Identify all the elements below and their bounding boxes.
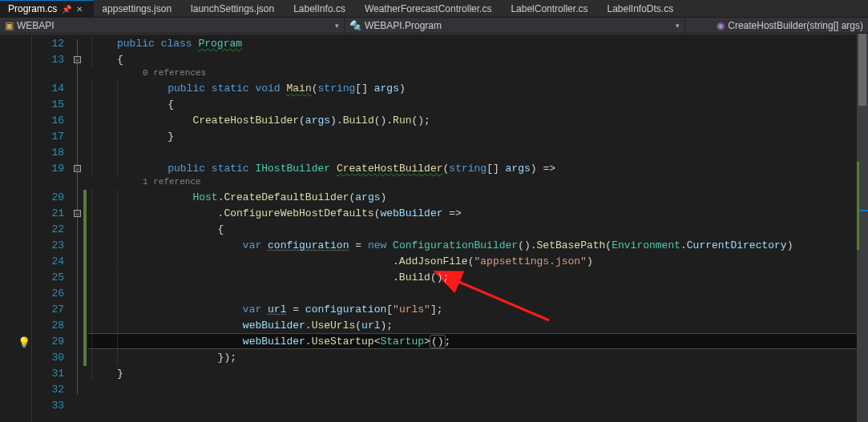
outlining-margin[interactable]: --- [72,34,83,422]
line-number: 20 [51,190,64,206]
vertical-scrollbar[interactable] [857,34,868,422]
method-icon: ◉ [717,20,725,31]
scroll-thumb[interactable] [858,34,866,106]
project-dropdown[interactable]: ▣ WEBAPI ▾ [0,18,345,33]
line-number: 28 [51,318,64,334]
code-line[interactable]: } [88,366,123,382]
chevron-down-icon: ▾ [335,22,339,30]
code-line[interactable]: public class Program [88,36,242,52]
glyph-margin: 💡 [0,34,32,422]
tab-weatherforecast[interactable]: WeatherForecastController.cs [357,0,503,17]
code-line[interactable]: var configuration = new ConfigurationBui… [88,238,793,254]
line-number: 30 [51,350,64,366]
member-dropdown[interactable]: ◉ CreateHostBuilder(string[] args) [685,18,868,33]
code-line[interactable]: .ConfigureWebHostDefaults(webBuilder => [88,206,462,222]
tab-launchsettings[interactable]: launchSettings.json [183,0,285,17]
line-number: 23 [51,238,64,254]
line-number: 18 [51,145,64,161]
code-line[interactable]: public static void Main(string[] args) [88,81,406,97]
fold-toggle[interactable]: - [74,56,81,63]
lightbulb-icon[interactable]: 💡 [18,336,30,349]
code-line[interactable]: { [88,52,123,68]
code-line[interactable]: .Build(); [88,270,449,286]
line-number: 27 [51,302,64,318]
chevron-down-icon: ▾ [676,22,680,30]
project-name: WEBAPI [17,20,55,31]
csproj-icon: ▣ [5,20,14,31]
code-line[interactable]: webBuilder.UseStartup<Startup>(); [88,334,450,350]
pin-icon[interactable]: 📌 [62,5,71,14]
line-numbers: 1213141516171819202122232425262728293031… [32,34,72,422]
fold-toggle[interactable]: - [74,165,81,172]
code-line[interactable] [88,286,143,302]
code-line[interactable]: } [88,129,174,145]
line-number: 32 [51,382,64,398]
tab-labelinfodts[interactable]: LabelInfoDts.cs [599,0,684,17]
tab-strip: Program.cs 📌 ✕ appsettings.json launchSe… [0,0,868,18]
code-line[interactable] [88,382,91,398]
line-number: 26 [51,286,64,302]
tab-label: Program.cs [8,3,57,14]
tab-label: LabelController.cs [511,3,587,14]
line-number: 29 [51,334,64,350]
line-number: 12 [51,36,64,52]
code-line[interactable]: .AddJsonFile("appsettings.json") [88,254,593,270]
code-line[interactable]: { [88,222,224,238]
line-number: 21 [51,206,64,222]
code-line[interactable]: var url = configuration["urls"]; [88,302,443,318]
line-number: 13 [51,52,64,68]
tab-labelcontroller[interactable]: LabelController.cs [503,0,599,17]
tab-label: launchSettings.json [191,3,274,14]
tab-label: LabelInfoDts.cs [607,3,673,14]
line-number: 15 [51,97,64,113]
member-name: CreateHostBuilder(string[] args) [728,20,863,31]
line-number: 14 [51,81,64,97]
class-icon: 🔩 [349,20,361,31]
tab-label: LabelInfo.cs [293,3,345,14]
code-line[interactable] [88,398,91,414]
codelens-references[interactable]: 1 reference [143,177,201,187]
code-surface[interactable]: public class Program{ public static void… [88,34,868,422]
line-number: 22 [51,222,64,238]
line-number: 16 [51,113,64,129]
type-dropdown[interactable]: 🔩 WEBAPI.Program ▾ [345,18,685,33]
line-number: 33 [51,398,64,414]
code-line[interactable]: Host.CreateDefaultBuilder(args) [88,190,386,206]
navigation-bar: ▣ WEBAPI ▾ 🔩 WEBAPI.Program ▾ ◉ CreateHo… [0,18,868,34]
tab-label: appsettings.json [102,3,172,14]
tab-appsettings[interactable]: appsettings.json [94,0,183,17]
code-line[interactable]: { [88,97,174,113]
tab-program-cs[interactable]: Program.cs 📌 ✕ [0,0,94,17]
line-number: 19 [51,161,64,177]
code-line[interactable]: webBuilder.UseUrls(url); [88,318,393,334]
code-line[interactable]: }); [88,350,236,366]
close-icon[interactable]: ✕ [76,5,83,14]
tab-label: WeatherForecastController.cs [365,3,492,14]
line-number: 31 [51,366,64,382]
tab-labelinfo[interactable]: LabelInfo.cs [285,0,357,17]
fold-toggle[interactable]: - [74,210,81,217]
code-line[interactable] [88,145,143,161]
code-line[interactable]: CreateHostBuilder(args).Build().Run(); [88,113,430,129]
code-editor[interactable]: 💡 12131415161718192021222324252627282930… [0,34,868,422]
line-number: 25 [51,270,64,286]
code-line[interactable]: public static IHostBuilder CreateHostBui… [88,161,555,177]
type-name: WEBAPI.Program [365,20,442,31]
codelens-references[interactable]: 0 references [143,68,206,78]
line-number: 24 [51,254,64,270]
line-number: 17 [51,129,64,145]
